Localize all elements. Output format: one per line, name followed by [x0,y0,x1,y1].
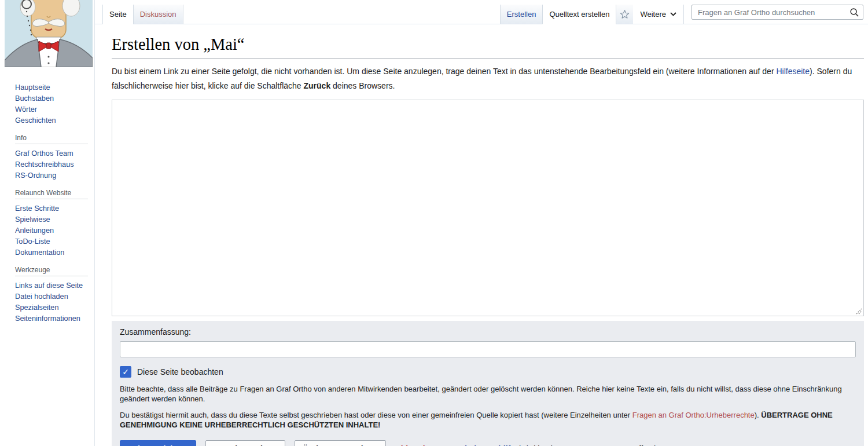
intro-text-1: Du bist einem Link zu einer Seite gefolg… [112,67,776,76]
tab-seite-label: Seite [109,10,127,19]
edit-options-panel: Zusammenfassung: Diese Seite beobachten … [112,321,864,446]
star-icon [620,9,630,19]
notice2-text-1: Du bestätigst hiermit auch, dass du dies… [120,411,632,419]
watch-label: Diese Seite beobachten [137,367,223,376]
summary-label: Zusammenfassung: [120,327,856,337]
copyright-notice-1: Bitte beachte, dass alle Beiträge zu Fra… [120,384,856,404]
resize-grip-icon[interactable] [855,307,862,315]
sidebar-item-links-auf-diese-seite[interactable]: Links auf diese Seite [15,280,91,291]
watch-row: Diese Seite beobachten [120,366,856,378]
urheberrechte-link[interactable]: Fragen an Graf Ortho:Urheberrechte [632,411,755,419]
intro-text-3: deines Browsers. [330,81,395,90]
more-menu-label: Weitere [640,10,666,19]
tab-quelltext-erstellen[interactable]: Quelltext erstellen [542,5,616,24]
sidebar-group-relaunch: Erste Schritte Spielwiese Anleitungen To… [15,203,91,258]
notice2-text-2: ). [755,411,762,419]
sidebar-item-spielwiese[interactable]: Spielwiese [15,214,91,225]
content: Seite Diskussion Erstellen Quelltext ers… [94,0,868,446]
sidebar-item-dokumentation[interactable]: Dokumentation [15,247,91,258]
preview-button[interactable]: Vorschau zeigen [205,440,285,446]
tab-quelltext-erstellen-label: Quelltext erstellen [549,10,609,19]
chevron-down-icon [670,12,676,16]
sidebar-item-todo-liste[interactable]: ToDo-Liste [15,236,91,247]
tab-erstellen[interactable]: Erstellen [500,5,543,24]
sidebar-item-seiteninformationen[interactable]: Seiteninformationen [15,313,91,324]
edit-buttons-row: Seite speichern Vorschau zeigen Änderung… [120,440,856,446]
page-title: Erstellen von „Mai“ [112,34,864,59]
copyright-notice-2: Du bestätigst hiermit auch, dass du dies… [120,410,856,430]
sidebar-item-buchstaben[interactable]: Buchstaben [15,93,91,104]
watch-checkbox-checked[interactable] [120,366,131,378]
sidebar-item-erste-schritte[interactable]: Erste Schritte [15,203,91,214]
sidebar-header-relaunch: Relaunch Website [15,189,88,199]
sidebar-item-datei-hochladen[interactable]: Datei hochladen [15,291,91,302]
sidebar-item-woerter[interactable]: Wörter [15,104,91,115]
logo[interactable] [5,0,93,67]
summary-input[interactable] [120,341,856,357]
sidebar-item-graf-orthos-team[interactable]: Graf Orthos Team [15,148,91,159]
sidebar: Hauptseite Buchstaben Wörter Geschichten… [0,0,94,446]
tab-diskussion-label: Diskussion [140,10,176,19]
graf-ortho-logo-image [5,0,93,67]
sidebar-header-info: Info [15,134,88,144]
sidebar-item-anleitungen[interactable]: Anleitungen [15,225,91,236]
sidebar-header-werkzeuge: Werkzeuge [15,266,88,276]
sidebar-item-rs-ordnung[interactable]: RS-Ordnung [15,170,91,181]
sidebar-item-hauptseite[interactable]: Hauptseite [15,82,91,93]
more-menu[interactable]: Weitere [633,5,684,24]
sidebar-item-geschichten[interactable]: Geschichten [15,115,91,126]
search-input[interactable] [697,8,849,17]
sidebar-group-main: Hauptseite Buchstaben Wörter Geschichten [15,82,91,126]
show-changes-button[interactable]: Änderungen zeigen [295,440,386,446]
content-inner: Erstellen von „Mai“ Du bist einem Link z… [95,34,868,446]
save-button[interactable]: Seite speichern [120,440,196,446]
tab-seite[interactable]: Seite [102,5,133,24]
hilfeseite-link[interactable]: Hilfeseite [776,67,810,76]
intro-bold-zurueck: Zurück [304,81,331,90]
search-box [692,5,863,20]
sidebar-item-spezialseiten[interactable]: Spezialseiten [15,302,91,313]
intro-paragraph: Du bist einem Link zu einer Seite gefolg… [112,64,864,93]
tab-bar: Seite Diskussion Erstellen Quelltext ers… [95,0,868,24]
watch-star-tab[interactable] [616,5,633,24]
sidebar-group-werkzeuge: Links auf diese Seite Datei hochladen Sp… [15,280,91,324]
sidebar-nav: Hauptseite Buchstaben Wörter Geschichten… [0,67,94,324]
edit-textarea[interactable] [112,100,864,316]
search-icon[interactable] [849,8,859,17]
tab-erstellen-label: Erstellen [507,10,536,19]
tab-diskussion[interactable]: Diskussion [133,5,183,24]
sidebar-group-info: Graf Orthos Team Rechtschreibhaus RS-Ord… [15,148,91,181]
action-tabs: Erstellen Quelltext erstellen Weitere [500,5,868,24]
namespace-tabs: Seite Diskussion [102,5,183,24]
edit-area [112,100,864,316]
sidebar-item-rechtschreibhaus[interactable]: Rechtschreibhaus [15,159,91,170]
page-root: Hauptseite Buchstaben Wörter Geschichten… [0,0,868,446]
